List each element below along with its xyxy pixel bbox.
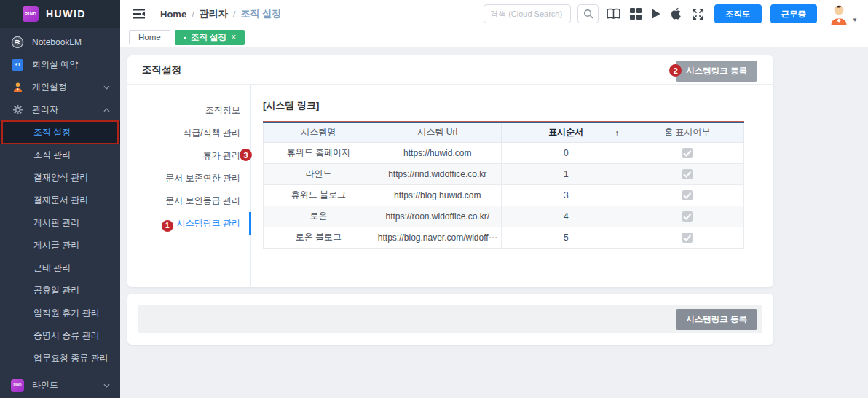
display-order-cell: 5 <box>501 227 631 248</box>
breadcrumb-home[interactable]: Home <box>160 9 186 20</box>
card-header: 조직설정 2 시스템링크 등록 <box>127 55 773 85</box>
sidebar-toggle-icon[interactable] <box>133 9 146 19</box>
sort-ascending-icon[interactable]: ↑ <box>615 128 619 137</box>
display-order-cell: 4 <box>501 206 631 227</box>
nav-org-info[interactable]: 조직정보 <box>127 99 250 122</box>
display-order-cell: 0 <box>501 142 631 163</box>
avatar <box>828 3 850 25</box>
home-visible-cell <box>631 227 743 248</box>
sidebar-subitem-approval-doc[interactable]: 결재문서 관리 <box>0 189 120 211</box>
tab-org-settings[interactable]: ● 조직 설정 × <box>175 30 245 45</box>
tab-close-icon[interactable]: × <box>231 32 236 42</box>
rind-logo-icon: RIND <box>23 6 39 22</box>
tab-bar: Home ● 조직 설정 × <box>120 28 868 47</box>
calendar-icon: 31 <box>11 59 24 71</box>
system-link-register-button-bottom[interactable]: 시스템링크 등록 <box>676 309 757 330</box>
system-link-table: 시스템명 시스템 Url 표시순서↑ 홈 표시여부 휴위드 홈페이지 https… <box>263 122 744 249</box>
sidebar-item-notebooklm[interactable]: NotebookLM <box>0 31 120 53</box>
home-visible-checkbox[interactable] <box>682 190 693 200</box>
system-url-cell: https://blog.naver.com/widoff⋯ <box>374 227 501 248</box>
home-visible-checkbox[interactable] <box>682 233 693 243</box>
chevron-down-icon <box>103 383 110 388</box>
logo-bar[interactable]: RIND HUWID <box>0 0 120 28</box>
col-header-system-name[interactable]: 시스템명 <box>264 122 374 142</box>
system-name-cell: 휴위드 블로그 <box>264 184 374 206</box>
working-status-button[interactable]: 근무중 <box>770 4 818 23</box>
table-row[interactable]: 라인드 https://rind.widoffice.co.kr 1 <box>264 163 744 184</box>
search-button[interactable] <box>577 4 599 23</box>
sidebar-subitem-post[interactable]: 게시글 관리 <box>0 234 120 257</box>
register-wrap: 2 시스템링크 등록 <box>676 61 757 82</box>
sidebar-subitem-org-manage[interactable]: 조직 관리 <box>0 144 120 166</box>
nav-system-link[interactable]: 1시스템링크 관리 <box>127 212 250 235</box>
tab-home[interactable]: Home <box>129 30 170 44</box>
grid-icon[interactable] <box>630 8 642 20</box>
sidebar-item-meeting-room[interactable]: 31 회의실 예약 <box>0 53 120 76</box>
system-url-cell: https://roon.widoffice.co.kr/ <box>374 206 501 227</box>
table-header-row: 시스템명 시스템 Url 표시순서↑ 홈 표시여부 <box>264 122 744 142</box>
sidebar-item-rind[interactable]: RIND 라인드 <box>0 374 120 397</box>
sidebar-subitem-holiday[interactable]: 공휴일 관리 <box>0 279 120 302</box>
nav-doc-retention[interactable]: 문서 보존연한 관리 <box>127 167 250 190</box>
table-row[interactable]: 휴위드 홈페이지 https://huwid.com 0 <box>264 142 744 163</box>
sidebar-subitem-approval-form[interactable]: 결재양식 관리 <box>0 166 120 189</box>
brand-title: HUWID <box>46 8 86 20</box>
home-visible-checkbox[interactable] <box>682 169 693 179</box>
sidebar-subitem-board[interactable]: 게시판 관리 <box>0 211 120 234</box>
section-title: [시스템 링크] <box>263 99 744 122</box>
sidebar-item-label: 회의실 예약 <box>32 58 78 71</box>
table-row[interactable]: 로온 블로그 https://blog.naver.com/widoff⋯ 5 <box>264 227 744 248</box>
footer-card: 시스템링크 등록 <box>127 294 773 345</box>
book-icon[interactable] <box>607 8 620 20</box>
sidebar-subitem-org-settings[interactable]: 조직 설정 <box>0 121 120 144</box>
chevron-down-icon <box>103 85 110 90</box>
sidebar-item-label: 라인드 <box>32 379 58 391</box>
system-url-cell: https://blog.huwid.com <box>374 184 501 206</box>
org-chart-button[interactable]: 조직도 <box>714 4 762 23</box>
fullscreen-icon[interactable] <box>692 8 704 20</box>
table-body: 휴위드 홈페이지 https://huwid.com 0 라인드 https:/… <box>264 142 744 248</box>
display-order-cell: 1 <box>501 163 631 184</box>
nav-doc-security[interactable]: 문서 보안등급 관리 <box>127 190 250 212</box>
table-row[interactable]: 휴위드 블로그 https://blog.huwid.com 3 <box>264 184 744 206</box>
apple-icon[interactable] <box>671 7 682 20</box>
nav-position-manage[interactable]: 직급/직책 관리 <box>127 122 250 144</box>
content-area: 조직설정 2 시스템링크 등록 조직정보 직급/직책 관리 휴가 관리 문서 보… <box>120 47 868 398</box>
sidebar-subitem-work-request[interactable]: 업무요청 종류 관리 <box>0 347 120 370</box>
sidebar-subitem-attendance[interactable]: 근태 관리 <box>0 257 120 279</box>
page-title: 조직설정 <box>142 63 181 77</box>
annotation-badge-3: 3 <box>240 149 252 161</box>
table-row[interactable]: 로온 https://roon.widoffice.co.kr/ 4 <box>264 206 744 227</box>
home-visible-checkbox[interactable] <box>682 211 693 222</box>
sidebar-item-label: NotebookLM <box>32 37 82 47</box>
sidebar-item-label: 개인설정 <box>32 81 67 93</box>
user-menu[interactable]: ▼ <box>828 3 858 25</box>
system-name-cell: 로온 <box>264 206 374 227</box>
system-name-cell: 휴위드 홈페이지 <box>264 142 374 163</box>
rind-icon: RIND <box>11 379 24 392</box>
system-name-cell: 로온 블로그 <box>264 227 374 248</box>
home-visible-checkbox[interactable] <box>682 148 693 158</box>
home-visible-cell <box>631 184 743 206</box>
sidebar-item-admin[interactable]: 관리자 <box>0 98 120 121</box>
system-url-cell: https://rind.widoffice.co.kr <box>374 163 501 184</box>
breadcrumb-section[interactable]: 관리자 <box>200 7 228 20</box>
col-header-home-visible[interactable]: 홈 표시여부 <box>631 122 743 142</box>
footer-strip: 시스템링크 등록 <box>138 305 762 333</box>
col-header-system-url[interactable]: 시스템 Url <box>374 122 501 142</box>
home-visible-cell <box>631 163 743 184</box>
system-url-cell: https://huwid.com <box>374 142 501 163</box>
system-link-section: 3 [시스템 링크] 시스템명 시스템 Url 표시순서↑ 홈 표시여부 <box>251 85 773 286</box>
display-order-cell: 3 <box>501 184 631 206</box>
sidebar-subitem-certificate[interactable]: 증명서 종류 관리 <box>0 324 120 347</box>
nav-leave-manage[interactable]: 휴가 관리 <box>127 144 250 167</box>
playstore-icon[interactable] <box>651 8 661 20</box>
search-icon <box>583 9 593 19</box>
sidebar-item-personal-settings[interactable]: 개인설정 <box>0 76 120 98</box>
system-link-register-button[interactable]: 시스템링크 등록 <box>676 61 757 82</box>
search-input[interactable] <box>484 4 571 23</box>
sidebar-subitem-employee-leave[interactable]: 임직원 휴가 관리 <box>0 302 120 324</box>
col-header-display-order[interactable]: 표시순서↑ <box>501 122 631 142</box>
breadcrumb-current: 조직 설정 <box>240 7 281 20</box>
topbar: Home / 관리자 / 조직 설정 조직도 근무중 ▼ <box>120 0 868 28</box>
